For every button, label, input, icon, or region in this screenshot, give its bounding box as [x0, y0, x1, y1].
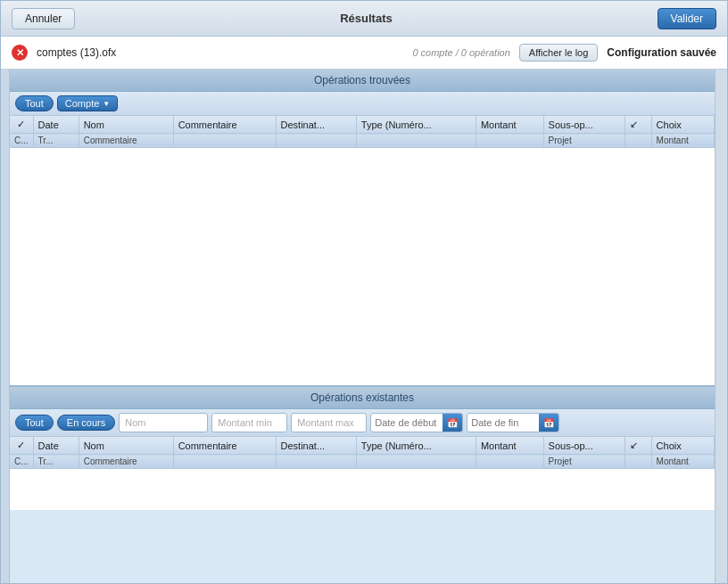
col-check: ✓ [10, 116, 33, 134]
subcol-empty5 [625, 134, 651, 148]
ops-existing-table-subheader: C... Tr... Commentaire Projet Montant [10, 455, 715, 469]
filter-date-fin-wrap: 📅 [467, 413, 559, 432]
esubcol-commentaire: Commentaire [79, 455, 173, 469]
ecol-nom: Nom [79, 437, 173, 455]
col-date: Date [33, 116, 79, 134]
ecol-check: ✓ [10, 437, 33, 455]
ops-existing-table-header: ✓ Date Nom Commentaire Destinat... Type … [10, 437, 715, 455]
ops-found-section: Opérations trouvées Tout Compte ▼ ✓ [10, 70, 715, 387]
esubcol-empty5 [625, 455, 651, 469]
esubcol-tr: Tr... [33, 455, 79, 469]
subcol-empty2 [276, 134, 356, 148]
filter-date-debut-wrap: 📅 [370, 413, 463, 432]
bottom-area [10, 510, 715, 583]
esubcol-empty3 [356, 455, 476, 469]
ops-found-header: Opérations trouvées [10, 70, 715, 92]
filter-montant-max-input[interactable] [291, 413, 367, 432]
ops-found-table-header: ✓ Date Nom Commentaire Destinat... Type … [10, 116, 715, 134]
ops-existing-header: Opérations existantes [10, 387, 715, 409]
subcol-tr: Tr... [33, 134, 79, 148]
toolbar-title: Résultats [340, 12, 393, 25]
right-scrollbar[interactable] [715, 70, 727, 583]
esubcol-c: C... [10, 455, 33, 469]
file-row: ✕ comptes (13).ofx 0 compte / 0 opératio… [1, 37, 727, 70]
col-commentaire: Commentaire [173, 116, 276, 134]
subcol-montant: Montant [651, 134, 714, 148]
ops-found-table-subheader: C... Tr... Commentaire Projet Montant [10, 134, 715, 148]
date-debut-calendar-button[interactable]: 📅 [443, 414, 462, 432]
filter-date-fin-input[interactable] [467, 415, 539, 430]
ops-existing-encours-button[interactable]: En cours [57, 415, 115, 431]
ops-existing-filter-toolbar: Tout En cours 📅 📅 [10, 409, 715, 437]
esubcol-empty2 [276, 455, 356, 469]
subcol-c: C... [10, 134, 33, 148]
error-icon: ✕ [12, 45, 28, 61]
filter-date-debut-input[interactable] [371, 415, 443, 430]
col-sous-op: Sous-op... [543, 116, 625, 134]
esubcol-projet: Projet [543, 455, 625, 469]
subcol-commentaire: Commentaire [79, 134, 173, 148]
ops-found-compte-dropdown[interactable]: Compte ▼ [57, 95, 118, 111]
subcol-empty1 [173, 134, 276, 148]
ops-found-table[interactable]: ✓ Date Nom Commentaire Destinat... Type … [10, 116, 715, 385]
subcol-empty4 [476, 134, 543, 148]
config-status: Configuration sauvée [607, 46, 716, 59]
file-stats: 0 compte / 0 opération [412, 47, 509, 58]
content-area: Opérations trouvées Tout Compte ▼ ✓ [1, 70, 727, 583]
ecol-date: Date [33, 437, 79, 455]
cancel-button[interactable]: Annuler [12, 8, 75, 29]
toolbar: Annuler Résultats Valider [1, 1, 727, 37]
ops-found-tout-button[interactable]: Tout [15, 95, 54, 111]
left-sidebar [1, 70, 10, 583]
show-log-button[interactable]: Afficher le log [519, 44, 598, 62]
ops-found-toolbar: Tout Compte ▼ [10, 92, 715, 116]
ecol-arrow: ↙ [625, 437, 651, 455]
ecol-sous-op: Sous-op... [543, 437, 625, 455]
main-content: Opérations trouvées Tout Compte ▼ ✓ [10, 70, 715, 583]
chevron-down-icon: ▼ [103, 100, 110, 108]
col-montant: Montant [476, 116, 543, 134]
filter-montant-min-input[interactable] [211, 413, 287, 432]
date-fin-calendar-button[interactable]: 📅 [539, 414, 558, 432]
col-choix: Choix [651, 116, 714, 134]
main-window: Annuler Résultats Valider ✕ comptes (13)… [0, 0, 728, 584]
ecol-montant: Montant [476, 437, 543, 455]
subcol-empty3 [356, 134, 476, 148]
ecol-commentaire: Commentaire [173, 437, 276, 455]
subcol-projet: Projet [543, 134, 625, 148]
col-arrow: ↙ [625, 116, 651, 134]
col-type: Type (Numéro... [356, 116, 476, 134]
ecol-destinat: Destinat... [276, 437, 356, 455]
validate-button[interactable]: Valider [658, 8, 716, 29]
filter-nom-input[interactable] [119, 413, 208, 432]
esubcol-montant: Montant [651, 455, 714, 469]
col-nom: Nom [79, 116, 173, 134]
ecol-choix: Choix [651, 437, 714, 455]
ops-existing-table[interactable]: ✓ Date Nom Commentaire Destinat... Type … [10, 437, 715, 510]
ops-existing-section: Opérations existantes Tout En cours 📅 📅 [10, 387, 715, 583]
ops-existing-tout-button[interactable]: Tout [15, 415, 54, 431]
file-name: comptes (13).ofx [37, 46, 116, 59]
ecol-type: Type (Numéro... [356, 437, 476, 455]
col-destinat: Destinat... [276, 116, 356, 134]
esubcol-empty4 [476, 455, 543, 469]
esubcol-empty1 [173, 455, 276, 469]
